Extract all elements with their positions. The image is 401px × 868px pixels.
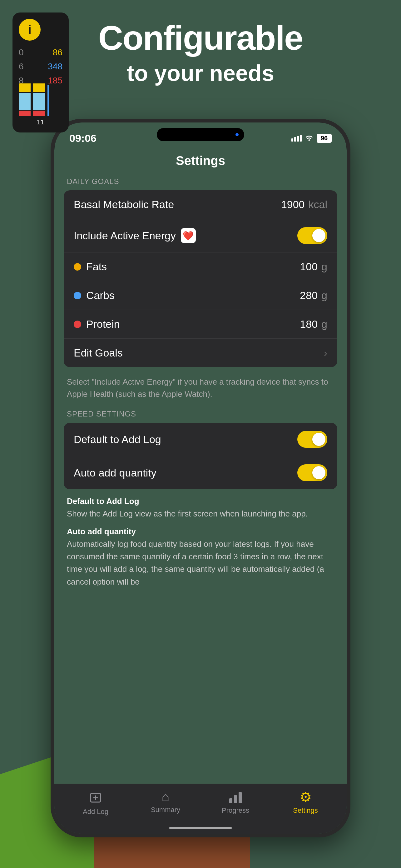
tab-bar: Add Log ⌂ Summary Progress (54, 784, 347, 834)
fats-row[interactable]: Fats 100 g (64, 252, 337, 281)
desc-text-1: Show the Add Log view as the first scree… (67, 509, 308, 518)
section-label-daily-goals: DAILY GOALS (54, 177, 347, 190)
info-widget: i 0 86 6 348 8 185 (12, 12, 69, 132)
bmr-row[interactable]: Basal Metabolic Rate 1900 kcal (64, 190, 337, 219)
tab-add-log-label: Add Log (83, 808, 108, 816)
screen-content: Settings DAILY GOALS Basal Metabolic Rat… (54, 148, 347, 834)
progress-icon (228, 790, 243, 804)
phone-frame: 09:06 96 Settings DAILY GOA (51, 119, 350, 837)
auto-add-qty-toggle[interactable] (297, 464, 327, 481)
carbs-label: Carbs (86, 289, 114, 302)
default-add-log-row[interactable]: Default to Add Log (64, 423, 337, 456)
protein-row[interactable]: Protein 180 g (64, 310, 337, 339)
protein-label: Protein (86, 318, 120, 330)
speed-settings-card: Default to Add Log Auto add quantity (64, 423, 337, 489)
health-icon: ❤️ (181, 228, 196, 243)
svg-rect-3 (229, 798, 232, 803)
daily-goals-helper-text: Select "Include Active Energy" if you ha… (54, 370, 347, 410)
settings-icon: ⚙ (300, 790, 312, 804)
status-time: 09:06 (69, 132, 97, 144)
fats-unit: g (321, 260, 327, 273)
add-log-icon (88, 790, 104, 805)
description-block: Default to Add Log Show the Add Log view… (54, 492, 347, 594)
svg-rect-4 (234, 795, 237, 803)
tab-settings-label: Settings (293, 806, 318, 814)
edit-goals-label: Edit Goals (74, 347, 123, 359)
carbs-dot (74, 292, 81, 299)
tab-summary[interactable]: ⌂ Summary (140, 790, 191, 814)
daily-goals-card: Basal Metabolic Rate 1900 kcal Include A… (64, 190, 337, 367)
bmr-unit: kcal (308, 198, 327, 211)
status-icons: 96 (291, 134, 332, 143)
edit-goals-row[interactable]: Edit Goals › (64, 339, 337, 367)
carbs-row[interactable]: Carbs 280 g (64, 281, 337, 310)
desc-bold-1: Default to Add Log (67, 495, 334, 507)
active-energy-row[interactable]: Include Active Energy ❤️ (64, 219, 337, 252)
fats-value: 100 (300, 260, 318, 273)
mini-bar-chart (19, 91, 63, 116)
info-icon: i (19, 19, 41, 41)
mini-stats: 0 86 6 348 8 185 (19, 45, 63, 88)
fats-label: Fats (86, 260, 107, 273)
home-indicator (169, 827, 232, 829)
carbs-unit: g (321, 289, 327, 302)
bmr-label: Basal Metabolic Rate (74, 198, 174, 211)
chevron-icon: › (324, 347, 327, 359)
tab-add-log[interactable]: Add Log (71, 790, 121, 816)
wifi-icon (305, 134, 313, 143)
desc-text-2: Automatically log food quantity based on… (67, 539, 324, 587)
bmr-value: 1900 (281, 198, 305, 211)
auto-add-qty-row[interactable]: Auto add quantity (64, 456, 337, 489)
settings-title: Settings (54, 148, 347, 177)
active-energy-label: Include Active Energy (74, 230, 176, 242)
phone-screen: 09:06 96 Settings DAILY GOA (54, 122, 347, 834)
carbs-value: 280 (300, 289, 318, 302)
svg-rect-5 (239, 792, 242, 803)
protein-value: 180 (300, 318, 318, 330)
default-add-log-label: Default to Add Log (74, 433, 161, 445)
desc-bold-2: Auto add quantity (67, 525, 334, 538)
summary-icon: ⌂ (162, 790, 169, 803)
dynamic-island (157, 128, 244, 141)
fats-dot (74, 263, 81, 271)
default-add-log-toggle[interactable] (297, 431, 327, 448)
auto-add-qty-label: Auto add quantity (74, 467, 157, 479)
tab-progress-label: Progress (222, 806, 249, 814)
tab-settings[interactable]: ⚙ Settings (280, 790, 330, 814)
tab-progress[interactable]: Progress (210, 790, 261, 814)
tab-summary-label: Summary (151, 806, 180, 814)
active-energy-toggle[interactable] (297, 227, 327, 244)
section-label-speed-settings: SPEED SETTINGS (54, 410, 347, 423)
mini-bar-label: 11 (19, 118, 63, 126)
signal-icon (291, 135, 302, 142)
protein-unit: g (321, 318, 327, 330)
protein-dot (74, 320, 81, 328)
battery-indicator: 96 (317, 134, 332, 143)
